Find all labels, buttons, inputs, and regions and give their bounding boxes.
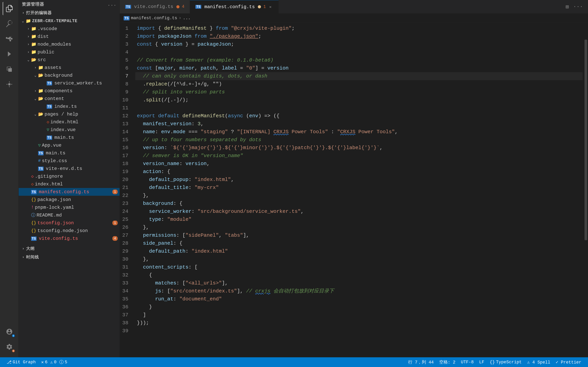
app: 1 1 资源管理器 ... › 打开的编辑器 ⌄ — [0, 0, 588, 367]
tree-item-app-vue[interactable]: › ▽ App.vue — [19, 141, 120, 149]
manifest-label: manifest.config.ts — [39, 189, 89, 195]
activity-search[interactable] — [3, 17, 16, 30]
ln-33: 33 — [120, 279, 131, 287]
dist-folder-icon: 📁 — [31, 34, 36, 39]
code-line-34: js: ["src/content/index.ts"], // crxjs 会… — [135, 287, 583, 295]
spaces-item[interactable]: 空格: 2 — [437, 359, 458, 365]
activity-extensions[interactable] — [3, 63, 16, 76]
ln-7: 7 — [120, 72, 131, 80]
activity-explorer[interactable] — [3, 2, 16, 15]
more-actions-button[interactable]: ··· — [572, 2, 584, 11]
explorer-header[interactable]: 资源管理器 ... — [19, 0, 120, 8]
tree-item-tsconfig-node[interactable]: › {} tsconfig.node.json — [19, 227, 120, 234]
tree-item-vite-env[interactable]: › TS vite-env.d.ts — [19, 165, 120, 172]
ln-28: 28 — [120, 239, 131, 247]
tree-item-gitignore[interactable]: › ◇ .gitignore — [19, 172, 120, 180]
activity-unknown1[interactable] — [3, 78, 16, 91]
tree-item-service-worker[interactable]: › TS service_worker.ts — [19, 79, 120, 87]
editor-scrollbar[interactable] — [583, 23, 588, 357]
ln-32: 32 — [120, 271, 131, 279]
background-folder-icon: 📂 — [38, 73, 43, 78]
node-modules-label: node_modules — [37, 42, 71, 47]
vite-env-ts-icon: TS — [38, 166, 43, 171]
tree-item-content-index[interactable]: › TS index.ts — [19, 102, 120, 110]
prettier-item[interactable]: ✓ Prettier — [553, 360, 584, 365]
tree-item-tsconfig[interactable]: › {} tsconfig.json 1 — [19, 219, 120, 227]
tab-vite-config[interactable]: TS vite.config.ts 4 — [120, 0, 190, 13]
service-worker-label: service_worker.ts — [54, 81, 102, 86]
split-editor-button[interactable]: ⊞ — [564, 2, 570, 11]
ln-16: 16 — [120, 144, 131, 152]
activity-settings[interactable]: 1 — [3, 340, 16, 353]
explorer-more-button[interactable]: ... — [108, 2, 116, 7]
activity-scm[interactable] — [3, 32, 16, 45]
git-branch-item[interactable]: ⎇ Git Graph — [4, 357, 38, 367]
code-line-1: import { defineManifest } from "@crxjs/v… — [135, 25, 583, 33]
pages-index-html-label: index.html — [50, 119, 78, 125]
code-lines[interactable]: import { defineManifest } from "@crxjs/v… — [135, 23, 583, 357]
root-folder[interactable]: ⌄ 📁 ZEBR-CRX-TEMPALTE — [19, 17, 120, 25]
tree-item-assets[interactable]: › 📁 assets — [19, 64, 120, 71]
tree-item-background[interactable]: ⌄ 📂 background — [19, 71, 120, 79]
tree-item-content[interactable]: ⌄ 📂 content — [19, 95, 120, 102]
tree-item-pages-help[interactable]: ⌄ 📂 pages / help — [19, 110, 120, 118]
tsconfig-icon: {} — [31, 221, 36, 225]
code-line-33: matches: ["<all_urls>"], — [135, 279, 583, 287]
tree-item-vite-config[interactable]: › TS vite.config.ts 4 — [19, 234, 120, 242]
tree-item-pages-index-html[interactable]: › ◇ index.html — [19, 118, 120, 126]
ln-13: 13 — [120, 120, 131, 128]
tree-item-node-modules[interactable]: › 📁 node_modules — [19, 40, 120, 48]
tsconfig-node-label: tsconfig.node.json — [37, 228, 88, 234]
tab-manifest[interactable]: TS manifest.config.ts 1 ✕ — [190, 0, 278, 13]
spell-item[interactable]: ⚠ 4 Spell — [524, 360, 553, 365]
code-line-9: // split into version parts — [135, 88, 583, 96]
code-line-27: permissions: ["sidePanel", "tabs"], — [135, 232, 583, 239]
tab-manifest-close[interactable]: ✕ — [268, 4, 273, 9]
tree-item-manifest[interactable]: › TS manifest.config.ts 1 — [19, 188, 120, 196]
tree-item-package-json[interactable]: › {} package.json — [19, 196, 120, 203]
warn-icon: ⚠ — [50, 360, 53, 365]
language-item[interactable]: {} TypeScript — [487, 360, 524, 365]
tree-item-pages-main-ts[interactable]: › TS main.ts — [19, 133, 120, 141]
assets-label: assets — [44, 65, 61, 70]
tree-item-components[interactable]: › 📁 components — [19, 87, 120, 95]
ln-4: 4 — [120, 48, 131, 56]
src-folder-icon: 📂 — [31, 57, 36, 63]
tree-item-public[interactable]: › 📁 public — [19, 48, 120, 56]
position-item[interactable]: 行 7，列 44 — [406, 359, 437, 365]
activity-account[interactable]: 1 — [3, 325, 16, 338]
tree-item-pages-index-vue[interactable]: › ▽ index.vue — [19, 126, 120, 133]
tree-item-index-html[interactable]: › ◇ index.html — [19, 180, 120, 188]
tree-item-dist[interactable]: › 📁 dist — [19, 33, 120, 40]
tree-item-pnpm-lock[interactable]: › ! pnpm-lock.yaml — [19, 203, 120, 211]
timeline-header[interactable]: › 时间线 — [19, 253, 120, 261]
tree-item-main-ts[interactable]: › TS main.ts — [19, 149, 120, 157]
opened-editors-header[interactable]: › 打开的编辑器 — [19, 8, 120, 17]
node-modules-arrow: › — [26, 42, 31, 46]
tree-item-src[interactable]: ⌄ 📂 src — [19, 56, 120, 64]
tree-item-readme[interactable]: › ⓘ README.md — [19, 211, 120, 219]
vite-config-badge: 4 — [112, 236, 118, 241]
activity-run[interactable] — [3, 47, 16, 61]
ln-11: 11 — [120, 104, 131, 112]
breadcrumb-more[interactable]: ... — [183, 16, 190, 21]
info-count: 5 — [65, 360, 67, 365]
tab-vite-badge — [176, 5, 180, 8]
encoding-item[interactable]: UTF-8 — [458, 360, 476, 365]
tree-item-style-css[interactable]: › # style.css — [19, 157, 120, 165]
breadcrumb-file[interactable]: manifest.config.ts — [131, 16, 177, 21]
line-ending-item[interactable]: LF — [476, 360, 487, 365]
code-line-8: .replace(/[^\d.+-]+/g, "") — [135, 80, 583, 88]
tree-item-vscode[interactable]: › 📁 .vscode — [19, 25, 120, 33]
src-arrow: ⌄ — [26, 58, 31, 62]
outline-header[interactable]: › 大纲 — [19, 244, 120, 253]
code-line-19: action: { — [135, 168, 583, 176]
explorer-label: 资源管理器 — [22, 1, 44, 7]
manifest-badge: 1 — [112, 190, 118, 194]
status-right: 行 7，列 44 空格: 2 UTF-8 LF {} TypeScript ⚠ … — [406, 359, 584, 365]
ln-1: 1 — [120, 25, 131, 33]
components-label: components — [44, 88, 72, 94]
errors-item[interactable]: ✕ 6 ⚠ 0 ⓘ 5 — [38, 357, 70, 367]
tsconfig-badge: 1 — [112, 221, 118, 225]
tab-manifest-badge-num: 1 — [263, 4, 266, 9]
